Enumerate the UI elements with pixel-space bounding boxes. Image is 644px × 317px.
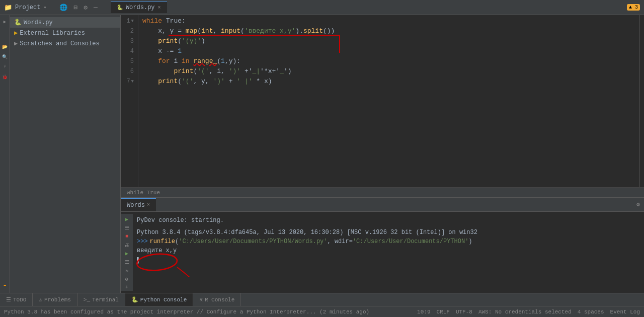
console-starting-line: PyDev console: starting. xyxy=(137,216,640,225)
reload-btn[interactable]: ↻ xyxy=(122,267,131,274)
sidebar-icon-3[interactable]: ⑂ xyxy=(1,62,10,71)
red-circle-svg xyxy=(134,252,195,277)
input-prompt-line: введите x,y xyxy=(137,246,640,255)
sidebar-bottom-icons: ☁ xyxy=(1,280,10,289)
python-version-line: Python 3.8.4 (tags/v3.8.4:dfa645a, Jul 1… xyxy=(137,228,640,237)
status-right: 10:9 CRLF UTF-8 AWS: No credentials sele… xyxy=(417,309,640,315)
code-line-4: x -= 1 xyxy=(142,46,635,56)
status-bar: Python 3.8 has been configured as the pr… xyxy=(0,306,644,317)
filetree-scratches[interactable]: ▶ Scratches and Consoles xyxy=(10,38,120,49)
tab-close-button[interactable]: × xyxy=(158,5,161,11)
bottom-panel: Words × ⚙ ▶ ☰ ■ 🖨 ▶ ☰ ↻ ⚙ + xyxy=(121,197,644,293)
line-2: 2 xyxy=(121,26,134,36)
warning-badge: ▲ 3 xyxy=(627,4,640,11)
words-py-tab[interactable]: 🐍 Words.py × xyxy=(111,2,167,13)
console-content: ▶ ☰ ■ 🖨 ▶ ☰ ↻ ⚙ + PyDev console: startin… xyxy=(121,212,644,293)
sidebar-icon-2[interactable]: 🔍 xyxy=(1,52,10,61)
aws-text: AWS: No credentials selected xyxy=(478,309,572,315)
left-sidebar-icons: ▶ 📂 🔍 ⑂ 🐞 ☁ xyxy=(0,15,10,293)
print-btn[interactable]: 🖨 xyxy=(122,242,131,248)
split-icon[interactable]: ⊟ xyxy=(73,4,77,12)
play2-btn[interactable]: ▶ xyxy=(122,250,131,257)
problems-icon: ⚠ xyxy=(39,296,42,303)
status-left: Python 3.8 has been configured as the pr… xyxy=(4,309,411,315)
main-content: ▶ 📂 🔍 ⑂ 🐞 ☁ 🐍 Words.py ▶ External Librar… xyxy=(0,15,644,293)
words-console-tab[interactable]: Words × xyxy=(121,198,156,211)
code-breadcrumb: while True xyxy=(121,187,644,197)
fold-icon-1[interactable]: ▼ xyxy=(131,16,134,26)
line-3: 3 xyxy=(121,36,134,46)
cursor-icon: ▌ xyxy=(137,256,140,265)
code-line-6: print('(', i, ')' +'_|'*x+'_') xyxy=(142,66,635,76)
line-5: 5 xyxy=(121,56,134,66)
words-tab-close[interactable]: × xyxy=(147,202,150,208)
code-line-3: print('(y)') xyxy=(142,36,635,46)
sidebar-icon-1[interactable]: 📂 xyxy=(1,42,10,51)
console-output[interactable]: PyDev console: starting. Python 3.8.4 (t… xyxy=(133,214,644,291)
encoding-text: UTF-8 xyxy=(456,309,472,315)
python-console-tab[interactable]: 🐍 Python Console xyxy=(125,293,193,306)
title-bar-icons: 🌐 ⊟ ⚙ — xyxy=(59,4,97,12)
python-version-text: Python 3.8.4 (tags/v3.8.4:dfa645a, Jul 1… xyxy=(137,228,477,237)
problems-tab[interactable]: ⚠ Problems xyxy=(33,293,77,306)
line-4: 4 xyxy=(121,46,134,56)
tab-bar: 🐍 Words.py × xyxy=(111,2,167,13)
terminal-label: Terminal xyxy=(92,297,119,303)
run-btn[interactable]: ▶ xyxy=(122,216,131,222)
minimize-icon[interactable]: — xyxy=(94,4,98,11)
todo-tab[interactable]: ☰ TODO xyxy=(0,293,33,306)
breadcrumb-text: while True xyxy=(127,190,160,196)
scratches-icon: ▶ xyxy=(14,40,18,47)
filetree-scratches-label: Scratches and Consoles xyxy=(20,40,99,47)
filetree-wordspy-label: Words.py xyxy=(24,19,53,26)
tab-filename: Words.py xyxy=(126,4,155,11)
line-col-text: 10:9 xyxy=(417,309,430,315)
console-starting-text: PyDev console: starting. xyxy=(137,216,224,225)
stop-btn[interactable]: ■ xyxy=(122,233,131,240)
python-console-label: Python Console xyxy=(140,297,187,303)
console-prompt: >>> xyxy=(137,237,148,246)
sidebar-expand-btn[interactable]: ▶ xyxy=(1,17,10,26)
svg-point-1 xyxy=(136,253,178,272)
add-btn[interactable]: + xyxy=(122,284,131,291)
settings-icon[interactable]: ⚙ xyxy=(84,4,88,12)
globe-icon[interactable]: 🌐 xyxy=(59,4,67,12)
filetree-libraries[interactable]: ▶ External Libraries xyxy=(10,28,120,38)
aws-icon[interactable]: ☁ xyxy=(1,280,10,289)
code-lines: while True: x, y = map(int, input('введи… xyxy=(138,15,639,187)
r-console-icon: R xyxy=(199,297,203,303)
settings-gear-icon: ⚙ xyxy=(636,201,640,208)
run-command-line: >>> runfile('C:/Users/User/Documents/PYT… xyxy=(137,237,640,246)
py-file-icon: 🐍 xyxy=(117,5,123,11)
bottom-tabs: Words × ⚙ xyxy=(121,198,644,212)
indent-text: 4 spaces xyxy=(578,309,604,315)
problems-label: Problems xyxy=(44,297,71,303)
terminal-tab[interactable]: >_ Terminal xyxy=(77,293,125,306)
gear-btn[interactable]: ⚙ xyxy=(122,276,131,282)
file-tree: 🐍 Words.py ▶ External Libraries ▶ Scratc… xyxy=(10,15,121,293)
python-info-text: Python 3.8 has been configured as the pr… xyxy=(4,309,369,315)
code-line-7: print('(', y, ')' + ' |' * x) xyxy=(142,76,635,87)
sidebar-icon-4[interactable]: 🐞 xyxy=(1,72,10,82)
terminal-icon: >_ xyxy=(84,297,90,303)
fold-icon-7[interactable]: ▼ xyxy=(131,76,134,87)
project-label[interactable]: Project xyxy=(15,4,40,11)
list2-btn[interactable]: ☰ xyxy=(122,259,131,265)
list-btn[interactable]: ☰ xyxy=(122,224,131,231)
r-console-tab[interactable]: R R Console xyxy=(193,293,241,306)
python-console-icon: 🐍 xyxy=(131,296,138,303)
code-line-5: for i in range_(1,y): xyxy=(142,56,635,66)
input-prompt-text: введите x,y xyxy=(137,246,177,255)
console-settings-btn[interactable]: ⚙ xyxy=(632,199,644,210)
line-6: 6 xyxy=(121,66,134,76)
console-sidebar: ▶ ☰ ■ 🖨 ▶ ☰ ↻ ⚙ + xyxy=(121,214,133,291)
filetree-wordspy[interactable]: 🐍 Words.py xyxy=(10,17,120,28)
right-scrollbar[interactable] xyxy=(639,15,644,187)
event-log-text: Event Log xyxy=(610,309,640,315)
project-dropdown-icon[interactable]: ▾ xyxy=(43,5,46,11)
code-editor: 1 ▼ 2 3 4 5 6 7 ▼ xyxy=(121,15,644,187)
run-command-text: runfile('C:/Users/User/Documents/PYTHON/… xyxy=(150,237,472,246)
title-bar-left: 📁 Project ▾ 🌐 ⊟ ⚙ — 🐍 Words.py × xyxy=(4,2,167,13)
line-ending-text: CRLF xyxy=(437,309,450,315)
bottom-toolbar: ☰ TODO ⚠ Problems >_ Terminal 🐍 Python C… xyxy=(0,293,644,306)
